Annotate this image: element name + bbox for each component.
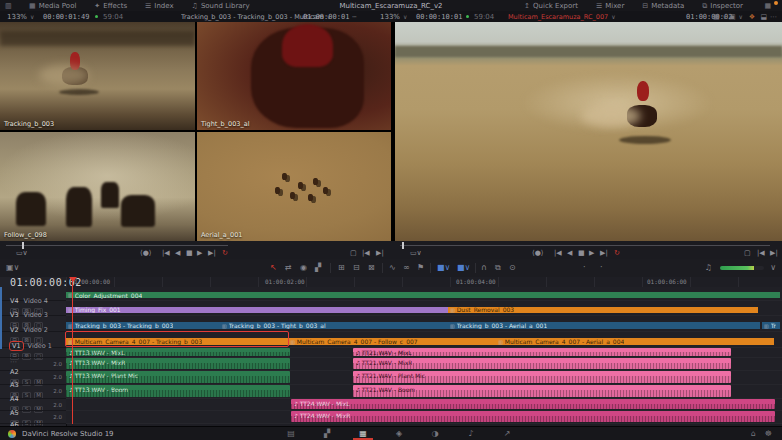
timeline-clip[interactable]: ▥Tracking_b_003 - Tight_b_003_al: [220, 316, 448, 330]
zoom-tool-button[interactable]: ⊙: [509, 262, 516, 274]
timeline-clip[interactable]: ♪ TT13.WAV - MixR: [66, 358, 290, 369]
replace-clip-button[interactable]: ⊠: [368, 262, 375, 274]
loop-button[interactable]: ↻: [222, 248, 228, 258]
snapping-button[interactable]: ∩: [481, 262, 487, 274]
playhead[interactable]: [72, 277, 73, 424]
timeline-clip[interactable]: ▥Timing_Fix_001: [66, 301, 448, 314]
loop-button[interactable]: ↻: [614, 248, 620, 258]
track-header-v4[interactable]: V4Video 4⊟⊠▢: [0, 287, 66, 301]
timeline-clip[interactable]: ▥Tracking_b_003 - Tracking_b_003: [66, 316, 220, 330]
blade-tool[interactable]: ▞: [315, 262, 321, 274]
linked-selection-button[interactable]: ⧉: [495, 262, 501, 274]
fairlight-page[interactable]: ♪: [461, 429, 481, 438]
viewer-mode-icon[interactable]: ▭∨: [410, 248, 422, 258]
quick-export-button[interactable]: ↥Quick Export: [521, 1, 581, 10]
link-clips-button[interactable]: ∞: [403, 262, 410, 274]
stop-button[interactable]: ■: [578, 248, 585, 258]
source-scrub-bar[interactable]: [6, 245, 228, 246]
play-button[interactable]: ▶: [197, 248, 202, 258]
match-frame-button[interactable]: ▢: [744, 248, 751, 258]
index-button[interactable]: ☰Index: [142, 1, 177, 10]
track-header-v3[interactable]: V3Video 3⊟⊠▢: [0, 301, 66, 316]
multicam-angle-1[interactable]: Tracking_b_003: [0, 22, 195, 130]
color-page[interactable]: ◑: [425, 429, 445, 438]
timeline-name-select[interactable]: Multicam_Escaramuza_RC_007∨: [505, 12, 619, 21]
cut-page[interactable]: ▞: [317, 429, 337, 438]
track-lane-a6[interactable]: ♪ TT24.WAV - MixR: [66, 411, 782, 424]
mixer-button[interactable]: ☰Mixer: [593, 1, 627, 10]
track-lane-v2[interactable]: ▥Tracking_b_003 - Tracking_b_003▥Trackin…: [66, 316, 782, 332]
track-header-a6[interactable]: A6⊠SM2.0: [0, 411, 66, 424]
timeline-clip[interactable]: ♪ TT21.WAV - Plant Mic: [353, 371, 731, 383]
viewer-options-icon[interactable]: ⋯: [767, 12, 780, 21]
fusion-page[interactable]: ◈: [389, 429, 409, 438]
sound-library-button[interactable]: ♫Sound Library: [189, 1, 253, 10]
track-lane-a2[interactable]: ♪ TT13.WAV - MixR♪ TT21.WAV - MixR: [66, 358, 782, 371]
panel-layout-icon[interactable]: ▦: [761, 1, 774, 10]
flag-button[interactable]: ⚑: [417, 262, 424, 274]
multicam-angle-3[interactable]: Follow_c_098: [0, 132, 195, 241]
deliver-page[interactable]: ↗: [497, 429, 517, 438]
track-header-v2[interactable]: V2Video 2⊟⊠▢: [0, 316, 66, 332]
timeline-viewer[interactable]: [395, 22, 782, 241]
keyboard-icon[interactable]: ⌂: [751, 429, 756, 438]
track-header-a5[interactable]: A5⊠SM2.0: [0, 399, 66, 411]
track-header-a3[interactable]: A3⊠SM2.0: [0, 371, 66, 385]
track-lane-v4[interactable]: ▥Color_Adjustment_004: [66, 287, 782, 301]
zoom-dot[interactable]: ·: [600, 262, 603, 274]
timeline-clip[interactable]: ▥Tr: [762, 316, 780, 330]
zoom-dot[interactable]: ·: [583, 262, 586, 274]
timeline-clip[interactable]: ▥Multicam_Camera_4_007 - Follow_c_007: [288, 332, 496, 346]
effects-button[interactable]: ✦Effects: [91, 1, 130, 10]
settings-gear-icon[interactable]: ☸: [765, 429, 772, 438]
first-frame-button[interactable]: |◀: [162, 248, 170, 258]
track-lane-a5[interactable]: ♪ TT24.WAV - MixL: [66, 399, 782, 411]
record-timecode[interactable]: 00:00:10:01: [413, 12, 465, 21]
track-header-a4[interactable]: A4⊠SM2.0: [0, 385, 66, 399]
timeline-view-select[interactable]: ▣∨: [6, 262, 19, 274]
play-button[interactable]: ▶: [589, 248, 594, 258]
record-zoom-select[interactable]: 133%∨: [377, 12, 410, 21]
timeline-clip[interactable]: ♪ TT21.WAV - MixR: [353, 358, 731, 369]
timeline-clip[interactable]: ▥Multicam_Camera_4_007 - Aerial_a_004: [496, 332, 774, 346]
timeline-clip[interactable]: ▥Multicam_Camera_4_007 - Tracking_b_003: [66, 332, 288, 346]
timeline-clip[interactable]: ♪ TT24.WAV - MixL: [291, 399, 775, 409]
media-pool-button[interactable]: ▦Media Pool: [26, 1, 79, 10]
go-in-button[interactable]: |◀: [757, 248, 765, 258]
step-back-button[interactable]: ◀: [175, 248, 180, 258]
viewer-mode-icon[interactable]: ▭∨: [16, 248, 28, 258]
step-back-button[interactable]: ◀: [567, 248, 572, 258]
timeline-clip[interactable]: ♪ TT13.WAV - Boom: [66, 385, 290, 397]
timeline-clip[interactable]: ♪ TT21.WAV - MixL: [353, 348, 731, 356]
color-management-icon[interactable]: ❖: [746, 12, 758, 21]
first-frame-button[interactable]: |◀: [554, 248, 562, 258]
timeline-clip[interactable]: ♪ TT13.WAV - MixL: [66, 348, 290, 356]
trim-edit-tool[interactable]: ⇄: [285, 262, 292, 274]
timeline-clip[interactable]: ▥Tracking_b_003 - Aerial_a_001: [448, 316, 760, 330]
track-header-v1[interactable]: V1Video 1⊟⊠▢: [0, 332, 66, 348]
multicam-angle-4[interactable]: Aerial_a_001: [197, 132, 391, 241]
match-frame-button[interactable]: ▢: [350, 248, 357, 258]
overwrite-clip-button[interactable]: ⊟: [353, 262, 360, 274]
inspector-button[interactable]: ⧉Inspector: [699, 1, 746, 10]
speaker-icon[interactable]: ♫: [705, 262, 712, 274]
track-lane-v1[interactable]: ▥Multicam_Camera_4_007 - Tracking_b_003▥…: [66, 332, 782, 348]
timeline-clip[interactable]: ♪ TT21.WAV - Boom: [353, 385, 731, 397]
dynamic-trim-tool[interactable]: ◉: [300, 262, 307, 274]
retime-curve-button[interactable]: ∿: [389, 262, 396, 274]
panel-toggle-icon[interactable]: ▥: [2, 1, 15, 10]
media-page[interactable]: ▤: [281, 429, 301, 438]
source-zoom-select[interactable]: 133%∨: [4, 12, 37, 21]
last-frame-button[interactable]: ▶|: [208, 248, 216, 258]
jog-wheel[interactable]: ⟨●⟩: [140, 248, 152, 258]
stop-button[interactable]: ■: [186, 248, 193, 258]
track-lane-a4[interactable]: ♪ TT13.WAV - Boom♪ TT21.WAV - Boom: [66, 385, 782, 399]
metadata-button[interactable]: ⊟Metadata: [639, 1, 687, 10]
jog-wheel[interactable]: ⟨●⟩: [532, 248, 544, 258]
timeline-clip[interactable]: ♪ TT24.WAV - MixR: [291, 411, 775, 422]
last-frame-button[interactable]: ▶|: [600, 248, 608, 258]
track-header-a2[interactable]: A2⊠SM2.0: [0, 358, 66, 371]
go-in-button[interactable]: |◀: [362, 248, 370, 258]
multicam-angle-2[interactable]: Tight_b_003_al: [197, 22, 391, 130]
audio-meter-expand[interactable]: ∨: [770, 262, 776, 274]
